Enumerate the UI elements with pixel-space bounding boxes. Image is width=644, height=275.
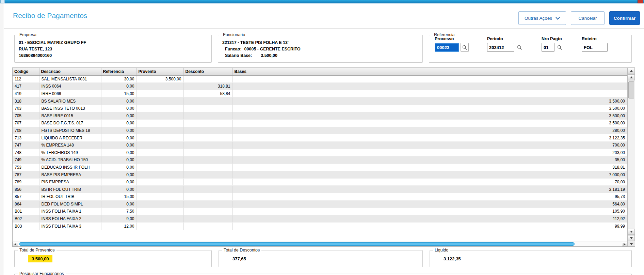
confirmar-button[interactable]: Confirmar <box>609 11 640 25</box>
grid-row[interactable]: 703BASE INSS TETO 00130,003.500,00 <box>13 105 627 112</box>
processo-input[interactable] <box>435 43 459 52</box>
cell-bases: 7.000,00 <box>232 171 627 179</box>
processo-lookup-button[interactable] <box>461 43 469 52</box>
grid-row[interactable]: 747% EMPRESA 1480,00700,00 <box>13 141 627 149</box>
liquido-value: 3.122,35 <box>444 256 461 261</box>
cell-descricao: INSS FOLHA FAIXA 2 <box>39 215 101 223</box>
cell-bases: 70,00 <box>232 178 627 186</box>
col-header-codigo[interactable]: Codigo <box>13 68 39 75</box>
grid-row[interactable]: 857IR FOL OUT TRIB15,0095,73 <box>13 193 627 201</box>
col-header-referencia[interactable]: Referencia <box>101 68 136 75</box>
cell-referencia: 0,00 <box>101 134 136 142</box>
cell-desconto <box>183 156 232 164</box>
confirmar-label: Confirmar <box>614 16 636 21</box>
col-header-provento[interactable]: Provento <box>136 68 183 75</box>
cell-desconto <box>183 164 232 171</box>
magnifier-icon <box>557 45 562 50</box>
vertical-scroll-track[interactable] <box>628 81 635 229</box>
funcionario-panel: Funcionario 221317 - TESTE PIS FOLHA E 1… <box>218 35 423 63</box>
cell-codigo: 713 <box>13 134 39 142</box>
grid-body: 112SAL. MENSALISTA 003130,003.500,00417I… <box>13 75 627 230</box>
col-header-bases[interactable]: Bases <box>232 68 627 75</box>
grid-row[interactable]: B02INSS FOLHA FAIXA 29,00112,92 <box>13 215 627 223</box>
total-descontos-value: 377,65 <box>232 256 246 261</box>
cell-codigo: B02 <box>13 215 39 223</box>
horizontal-scroll-thumb[interactable] <box>19 242 575 246</box>
grid-row[interactable]: B03INSS FOLHA FAIXA 312,0099,99 <box>13 223 627 230</box>
grid-row[interactable]: 787BASE PIS EMPRESA0,007.000,00 <box>13 171 627 179</box>
cell-provento <box>136 83 183 90</box>
grid-row[interactable]: 713LIQUIDO A RECEBER0,003.122,35 <box>13 134 627 142</box>
chevron-down-icon <box>556 17 560 20</box>
cell-referencia: 7,50 <box>101 208 136 215</box>
grid-row[interactable]: 318BS SALARIO MES0,003.500,00 <box>13 97 627 105</box>
cell-desconto <box>183 178 232 186</box>
cell-referencia: 0,00 <box>101 141 136 149</box>
vertical-scrollbar[interactable] <box>627 68 635 242</box>
grid-row[interactable]: 864DED FOL MOD SIMPL0,00564,80 <box>13 200 627 208</box>
grid-row[interactable]: 419IRRF 006615,0058,84 <box>13 90 627 97</box>
cell-desconto <box>183 186 232 193</box>
grid-row[interactable]: 856BS IR FOL OUT TRIB0,003.181,19 <box>13 186 627 193</box>
cell-provento <box>136 223 183 230</box>
horizontal-scroll-track[interactable] <box>18 242 622 246</box>
scroll-last-button[interactable] <box>627 242 635 246</box>
cell-desconto <box>183 75 232 83</box>
cell-descricao: % EMPRESA 148 <box>39 141 101 149</box>
close-button[interactable] <box>638 0 643 3</box>
grid-row[interactable]: 112SAL. MENSALISTA 003130,003.500,00 <box>13 75 627 83</box>
liquido-legend: Liquido <box>433 248 450 253</box>
roteiro-input[interactable] <box>582 43 608 52</box>
grid-row[interactable]: 753DEDUCAO INSS IR FOLH0,00318,81 <box>13 164 627 171</box>
scroll-page-up-button[interactable] <box>628 74 635 80</box>
cell-codigo: 747 <box>13 141 39 149</box>
nro-pagto-field: Nro Pagto <box>542 36 563 52</box>
scroll-left-button[interactable] <box>13 242 18 246</box>
header-buttons: Outras Ações Cancelar Confirmar <box>518 11 640 25</box>
cell-provento <box>136 134 183 142</box>
col-header-desconto[interactable]: Desconto <box>183 68 232 75</box>
cell-bases: 3.500,00 <box>232 112 627 120</box>
cell-referencia: 12,00 <box>101 223 136 230</box>
header: Recibo de Pagamentos Outras Ações Cancel… <box>4 3 644 29</box>
cell-codigo: 864 <box>13 200 39 208</box>
cell-descricao: DEDUCAO INSS IR FOLH <box>39 164 101 171</box>
outras-acoes-button[interactable]: Outras Ações <box>518 11 566 25</box>
grid-row[interactable]: 707BASE DO F.G.T.S. 0170,003.500,00 <box>13 120 627 127</box>
grid-row[interactable]: 708FGTS DEPOSITO MES 180,00280,00 <box>13 127 627 134</box>
scroll-right-button[interactable] <box>622 242 627 246</box>
arrow-down-icon <box>630 231 633 233</box>
grid-row[interactable]: 748% TERCEIROS 1490,00203,00 <box>13 149 627 156</box>
cell-codigo: 419 <box>13 90 39 97</box>
col-header-descricao[interactable]: Descricao <box>39 68 101 75</box>
periodo-input[interactable] <box>487 43 514 52</box>
scroll-up-button[interactable] <box>628 68 635 74</box>
grid-row[interactable]: 417INSS 00640,00318,81 <box>13 83 627 90</box>
cancelar-label: Cancelar <box>578 16 597 21</box>
scroll-page-down-button[interactable] <box>628 235 635 241</box>
total-descontos-panel: Total de Descontos 377,65 <box>219 250 423 267</box>
horizontal-scrollbar[interactable] <box>13 242 627 246</box>
grid-row[interactable]: 705BASE IRRF 00150,003.500,00 <box>13 112 627 120</box>
grid-row[interactable]: 749% ACID. TRABALHO 1500,0035,00 <box>13 156 627 164</box>
window-titlebar <box>0 0 644 3</box>
cell-provento <box>136 193 183 201</box>
cell-desconto <box>183 141 232 149</box>
cell-descricao: BASE DO F.G.T.S. 017 <box>39 120 101 127</box>
grid-row[interactable]: 789PIS EMPRESA0,0070,00 <box>13 178 627 186</box>
total-proventos-panel: Total de Proventos 3.500,00 <box>14 250 212 267</box>
cell-desconto <box>183 200 232 208</box>
scroll-down-button[interactable] <box>628 229 635 235</box>
cell-descricao: IRRF 0066 <box>39 90 101 97</box>
cancelar-button[interactable]: Cancelar <box>571 11 605 25</box>
cell-desconto <box>183 105 232 112</box>
nro-pagto-input[interactable] <box>542 43 554 52</box>
vertical-scroll-thumb[interactable] <box>628 81 634 98</box>
grid-row[interactable]: B01INSS FOLHA FAIXA 17,50105,90 <box>13 208 627 215</box>
periodo-lookup-button[interactable] <box>516 43 523 51</box>
funcionario-legend: Funcionario <box>221 32 247 37</box>
cell-referencia: 0,00 <box>101 178 136 186</box>
cell-referencia: 0,00 <box>101 105 136 112</box>
page-title: Recibo de Pagamentos <box>13 12 87 20</box>
nro-pagto-lookup-button[interactable] <box>556 43 563 51</box>
